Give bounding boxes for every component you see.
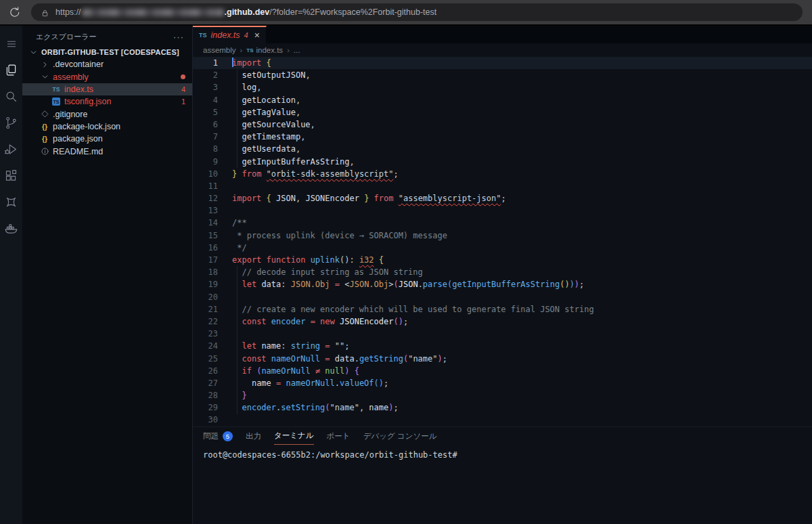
line-content: } from "orbit-sdk-assemblyscript"; xyxy=(232,168,399,180)
code-line-14[interactable]: 14/** xyxy=(193,217,812,229)
activity-item-run-debug[interactable] xyxy=(0,137,22,164)
activity-item-menu[interactable] xyxy=(0,32,22,58)
code-line-11[interactable]: 11 xyxy=(193,180,812,192)
code-line-9[interactable]: 9 getInputBufferAsString, xyxy=(193,156,812,168)
ts-icon: TS xyxy=(199,32,207,39)
tab-index.ts[interactable]: TSindex.ts4× xyxy=(193,26,267,43)
code-line-16[interactable]: 16 */ xyxy=(193,242,812,254)
code-line-6[interactable]: 6 getSourceValue, xyxy=(193,118,812,131)
code-editor[interactable]: 1import {2 setOutputJSON,3 log,4 getLoca… xyxy=(193,57,812,427)
problems-count-badge: 4 xyxy=(181,85,185,93)
braces-icon: {} xyxy=(39,121,50,132)
breadcrumb-label: ... xyxy=(294,46,300,54)
file-label: .gitignore xyxy=(53,110,87,119)
code-line-12[interactable]: 12import { JSON, JSONEncoder } from "ass… xyxy=(193,192,812,204)
line-number: 22 xyxy=(193,315,232,328)
diamond-icon xyxy=(39,109,50,120)
activity-item-source-control[interactable] xyxy=(0,111,22,137)
line-number: 21 xyxy=(193,303,232,315)
panel-tab-ターミナル[interactable]: ターミナル xyxy=(274,427,314,445)
breadcrumb-item[interactable]: assembly xyxy=(203,46,236,54)
explorer-row-assembly[interactable]: assembly xyxy=(22,71,192,83)
line-number: 13 xyxy=(193,204,232,217)
info-icon xyxy=(39,146,50,157)
code-line-26[interactable]: 26 if (nameOrNull ≠ null) { xyxy=(193,365,812,377)
activity-item-codespaces[interactable] xyxy=(0,190,22,217)
line-number: 19 xyxy=(193,278,232,290)
code-line-24[interactable]: 24 let name: string = ""; xyxy=(193,340,812,352)
code-line-2[interactable]: 2 setOutputJSON, xyxy=(193,69,812,81)
explorer-row-orbit-github-test-codespaces-[interactable]: ORBIT-GITHUB-TEST [CODESPACES] xyxy=(22,46,192,58)
terminal-view[interactable]: root@codespaces-6655b2:/workspace/orbit-… xyxy=(193,445,812,460)
panel-tab-label: ターミナル xyxy=(274,431,314,441)
activity-item-extensions[interactable] xyxy=(0,164,22,190)
line-content: */ xyxy=(232,242,247,254)
code-line-13[interactable]: 13 xyxy=(193,204,812,217)
modified-dot xyxy=(181,74,185,79)
explorer-row-package-lock.json[interactable]: {}package-lock.json xyxy=(22,121,192,133)
line-number: 16 xyxy=(193,242,232,254)
file-label: README.md xyxy=(53,147,103,156)
code-line-1[interactable]: 1import { xyxy=(193,57,812,69)
code-line-29[interactable]: 29 encoder.setString("name", name); xyxy=(193,401,812,414)
code-line-3[interactable]: 3 log, xyxy=(193,81,812,93)
code-line-7[interactable]: 7 getTimestamp, xyxy=(193,131,812,143)
panel-tab-label: ポート xyxy=(327,431,351,441)
explorer-row-index.ts[interactable]: TSindex.ts4 xyxy=(22,83,192,95)
code-line-5[interactable]: 5 getTagValue, xyxy=(193,106,812,118)
line-number: 3 xyxy=(193,81,232,93)
explorer-title: エクスプローラー xyxy=(36,32,97,42)
code-line-20[interactable]: 20 xyxy=(193,291,812,303)
line-number: 2 xyxy=(193,69,232,81)
tsbox-icon: TS xyxy=(51,96,62,107)
explorer-row-.gitignore[interactable]: .gitignore xyxy=(22,108,192,120)
line-number: 29 xyxy=(193,401,232,414)
line-content: if (nameOrNull ≠ null) { xyxy=(232,365,359,377)
code-line-21[interactable]: 21 // create a new encoder which will be… xyxy=(193,303,812,315)
code-line-19[interactable]: 19 let data: JSON.Obj = <JSON.Obj>(JSON.… xyxy=(193,278,812,290)
code-line-15[interactable]: 15 * process uplink (device → SORACOM) m… xyxy=(193,230,812,242)
activity-item-search[interactable] xyxy=(0,85,22,111)
code-line-10[interactable]: 10} from "orbit-sdk-assemblyscript"; xyxy=(193,168,812,180)
explorer-row-.devcontainer[interactable]: .devcontainer xyxy=(22,58,192,70)
extensions-icon xyxy=(4,169,18,185)
code-line-17[interactable]: 17export function uplink(): i32 { xyxy=(193,254,812,266)
code-line-22[interactable]: 22 const encoder = new JSONEncoder(); xyxy=(193,315,812,328)
line-number: 11 xyxy=(193,180,232,192)
line-content: getInputBufferAsString, xyxy=(232,156,355,168)
code-line-30[interactable]: 30 xyxy=(193,414,812,426)
code-line-23[interactable]: 23 xyxy=(193,328,812,340)
explorer-row-readme.md[interactable]: README.md xyxy=(22,145,192,157)
panel-tab-問題[interactable]: 問題5 xyxy=(203,427,233,445)
line-content: getTagValue, xyxy=(232,106,300,118)
address-bar[interactable]: https://.github.dev/?folder=%2Fworkspace… xyxy=(31,3,803,21)
code-line-27[interactable]: 27 name = nameOrNull.valueOf(); xyxy=(193,377,812,389)
explorer-header: エクスプローラー ··· xyxy=(22,26,192,43)
activity-item-docker[interactable] xyxy=(0,217,22,243)
explorer-row-tsconfig.json[interactable]: TStsconfig.json1 xyxy=(22,95,192,108)
code-line-25[interactable]: 25 const nameOrNull = data.getString("na… xyxy=(193,353,812,365)
line-number: 12 xyxy=(193,192,232,204)
breadcrumb-item[interactable]: TSindex.ts xyxy=(246,46,283,54)
code-line-18[interactable]: 18 // decode input string as JSON string xyxy=(193,266,812,278)
close-icon[interactable]: × xyxy=(254,30,260,40)
line-number: 20 xyxy=(193,291,232,303)
panel-tab-デバッグ コンソール[interactable]: デバッグ コンソール xyxy=(363,427,437,445)
breadcrumb: assembly›TSindex.ts›... xyxy=(193,43,812,57)
explorer-row-package.json[interactable]: {}package.json xyxy=(22,133,192,145)
panel-tab-出力[interactable]: 出力 xyxy=(246,427,261,445)
explorer-more-actions-icon[interactable]: ··· xyxy=(173,32,184,42)
code-line-4[interactable]: 4 getLocation, xyxy=(193,94,812,106)
panel-tab-ポート[interactable]: ポート xyxy=(327,427,351,445)
line-content: } xyxy=(232,389,247,401)
activity-item-explorer[interactable] xyxy=(0,58,22,85)
code-line-8[interactable]: 8 getUserdata, xyxy=(193,143,812,155)
url-scheme: https:// xyxy=(55,7,81,17)
line-content: let data: JSON.Obj = <JSON.Obj>(JSON.par… xyxy=(232,278,584,290)
file-label: package-lock.json xyxy=(53,122,120,131)
line-content: const nameOrNull = data.getString("name"… xyxy=(232,353,447,365)
code-line-28[interactable]: 28 } xyxy=(193,389,812,401)
reload-icon[interactable] xyxy=(8,5,22,19)
breadcrumb-item[interactable]: ... xyxy=(294,46,300,54)
url-domain: .github.dev xyxy=(225,7,270,17)
